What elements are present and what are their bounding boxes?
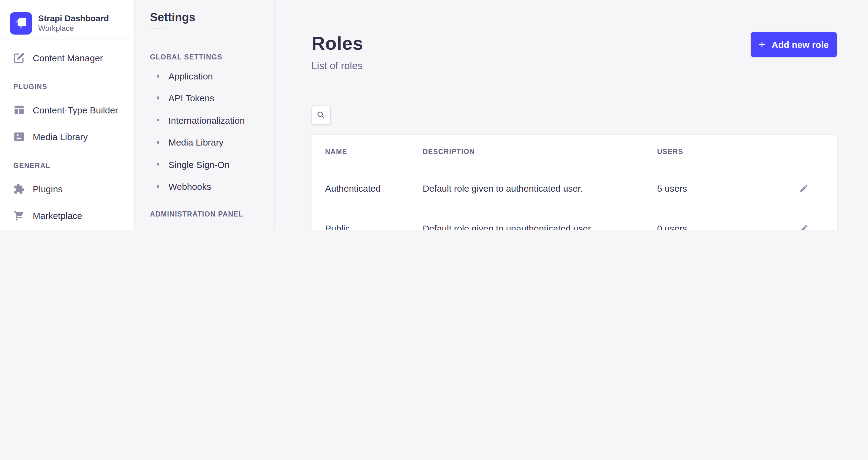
role-description-cell: Default role given to authenticated user… bbox=[423, 183, 657, 194]
role-description-cell: Default role given to unauthenticated us… bbox=[423, 223, 657, 230]
bullet-icon bbox=[157, 97, 159, 99]
bullet-icon bbox=[157, 185, 159, 188]
settings-nav-item-label: Webhooks bbox=[168, 181, 211, 192]
puzzle-icon bbox=[13, 183, 25, 195]
add-new-role-label: Add new role bbox=[772, 39, 829, 50]
settings-nav-item-label: Application bbox=[168, 71, 213, 81]
sidebar-item-label: Content-Type Builder bbox=[33, 105, 118, 115]
bullet-icon bbox=[157, 119, 159, 122]
settings-nav-item-label: Internationalization bbox=[168, 115, 245, 125]
search-button[interactable] bbox=[311, 105, 331, 125]
settings-nav-item-single-sign-on[interactable]: Single Sign-On bbox=[135, 154, 274, 174]
sidebar-item-plugins[interactable]: Plugins bbox=[5, 178, 128, 200]
settings-nav-title: Settings bbox=[150, 11, 195, 24]
settings-nav-item-application[interactable]: Application bbox=[135, 66, 274, 86]
settings-nav-item-admin-roles[interactable]: Roles bbox=[135, 223, 274, 230]
settings-sidebar: Settings GLOBAL SETTINGS Application API… bbox=[135, 0, 274, 230]
sidebar-item-label: Media Library bbox=[33, 132, 88, 142]
edit-role-button[interactable] bbox=[799, 184, 808, 193]
roles-table: NAME DESCRIPTION USERS Authenticated Def… bbox=[311, 134, 836, 230]
plus-icon bbox=[758, 40, 766, 48]
image-icon bbox=[13, 131, 25, 143]
role-users-cell: 5 users bbox=[657, 183, 732, 194]
brand: Strapi Dashboard Workplace bbox=[10, 12, 109, 35]
cart-icon bbox=[13, 210, 25, 221]
column-header-description: DESCRIPTION bbox=[423, 148, 657, 155]
table-row-authenticated[interactable]: Authenticated Default role given to auth… bbox=[311, 168, 836, 208]
table-header-row: NAME DESCRIPTION USERS bbox=[311, 134, 836, 168]
pencil-icon bbox=[799, 224, 808, 230]
sidebar-item-content-type-builder[interactable]: Content-Type Builder bbox=[5, 99, 128, 120]
settings-nav-item-internationalization[interactable]: Internationalization bbox=[135, 110, 274, 130]
row-actions bbox=[732, 184, 823, 193]
settings-nav-item-label: Single Sign-On bbox=[168, 159, 230, 170]
sidebar-section-general: GENERAL bbox=[13, 162, 50, 169]
search-icon bbox=[316, 110, 326, 120]
strapi-admin-app: Strapi Dashboard Workplace Content Manag… bbox=[0, 0, 868, 230]
bullet-icon bbox=[157, 141, 159, 144]
main-sidebar: Strapi Dashboard Workplace Content Manag… bbox=[0, 0, 134, 230]
role-name-cell: Authenticated bbox=[325, 183, 423, 194]
brand-text: Strapi Dashboard Workplace bbox=[38, 13, 109, 34]
brand-title: Strapi Dashboard bbox=[38, 13, 109, 24]
row-actions bbox=[732, 224, 823, 230]
page-subtitle: List of roles bbox=[311, 60, 363, 71]
brand-subtitle: Workplace bbox=[38, 24, 109, 34]
settings-section-global-settings: GLOBAL SETTINGS bbox=[150, 53, 222, 60]
bullet-icon bbox=[157, 75, 159, 78]
settings-nav-item-label: Roles bbox=[168, 228, 192, 230]
edit-role-button[interactable] bbox=[799, 224, 808, 230]
settings-nav-item-webhooks[interactable]: Webhooks bbox=[135, 176, 274, 197]
column-header-users: USERS bbox=[657, 148, 732, 155]
layout-icon bbox=[13, 104, 25, 116]
table-row-public[interactable]: Public Default role given to unauthentic… bbox=[311, 208, 836, 230]
sidebar-item-label: Plugins bbox=[33, 184, 62, 194]
settings-nav-item-label: Media Library bbox=[168, 137, 224, 147]
sidebar-item-label: Marketplace bbox=[33, 210, 82, 221]
role-users-cell: 0 users bbox=[657, 223, 732, 230]
role-name-cell: Public bbox=[325, 223, 423, 230]
sidebar-item-content-manager[interactable]: Content Manager bbox=[5, 47, 128, 68]
settings-section-administration-panel: ADMINISTRATION PANEL bbox=[150, 210, 243, 218]
strapi-logo-icon bbox=[10, 12, 32, 35]
settings-nav-item-api-tokens[interactable]: API Tokens bbox=[135, 88, 274, 108]
add-new-role-button[interactable]: Add new role bbox=[750, 32, 836, 57]
divider bbox=[150, 28, 164, 29]
pen-icon bbox=[13, 52, 25, 63]
pencil-icon bbox=[799, 184, 808, 193]
column-header-name: NAME bbox=[325, 148, 423, 155]
page-title: Roles bbox=[311, 33, 363, 55]
sidebar-item-media-library[interactable]: Media Library bbox=[5, 126, 128, 147]
settings-nav-item-media-library[interactable]: Media Library bbox=[135, 132, 274, 152]
divider bbox=[0, 38, 134, 39]
sidebar-item-marketplace[interactable]: Marketplace bbox=[5, 205, 128, 226]
sidebar-section-plugins: PLUGINS bbox=[13, 83, 47, 90]
bullet-icon bbox=[157, 163, 159, 166]
sidebar-item-label: Content Manager bbox=[33, 53, 103, 63]
settings-nav-item-label: API Tokens bbox=[168, 93, 214, 103]
main-content: Roles List of roles Add new role NAME DE… bbox=[274, 0, 868, 230]
